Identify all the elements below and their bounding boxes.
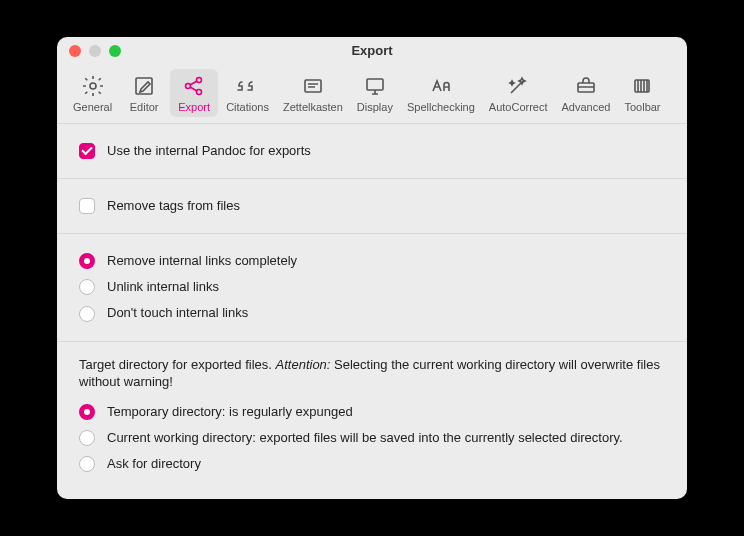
grid-icon — [630, 73, 654, 99]
radio-dont-touch-links[interactable] — [79, 306, 95, 322]
titlebar: Export — [57, 37, 687, 65]
checkbox-label: Use the internal Pandoc for exports — [107, 142, 311, 160]
tab-label: Toolbar — [624, 101, 660, 113]
tab-general[interactable]: General — [67, 69, 118, 117]
preferences-toolbar: General Editor Export Citations Zettelka… — [57, 65, 687, 124]
radio-label: Don't touch internal links — [107, 304, 248, 322]
tab-label: General — [73, 101, 112, 113]
gear-icon — [81, 73, 105, 99]
monitor-icon — [363, 73, 387, 99]
radio-unlink-links[interactable] — [79, 279, 95, 295]
group-internal-links: Remove internal links completely Unlink … — [57, 234, 687, 342]
tab-citations[interactable]: Citations — [220, 69, 275, 117]
radio-ask-dir[interactable] — [79, 456, 95, 472]
window-title: Export — [57, 43, 687, 58]
tab-editor[interactable]: Editor — [120, 69, 168, 117]
radio-label: Ask for directory — [107, 455, 201, 473]
note-icon — [301, 73, 325, 99]
tab-label: Zettelkasten — [283, 101, 343, 113]
tab-label: Display — [357, 101, 393, 113]
tab-toolbar[interactable]: Toolbar — [618, 69, 666, 117]
radio-label: Remove internal links completely — [107, 252, 297, 270]
radio-cwd-dir[interactable] — [79, 430, 95, 446]
checkbox-remove-tags[interactable] — [79, 198, 95, 214]
checkbox-label: Remove tags from files — [107, 197, 240, 215]
svg-rect-6 — [367, 79, 383, 90]
window-controls — [57, 45, 121, 57]
tab-label: Editor — [130, 101, 159, 113]
radio-remove-links[interactable] — [79, 253, 95, 269]
quote-icon — [236, 73, 260, 99]
checkbox-use-internal-pandoc[interactable] — [79, 143, 95, 159]
svg-rect-5 — [305, 80, 321, 92]
tab-label: Spellchecking — [407, 101, 475, 113]
pencil-square-icon — [132, 73, 156, 99]
group-pandoc: Use the internal Pandoc for exports — [57, 124, 687, 179]
content-area: Use the internal Pandoc for exports Remo… — [57, 124, 687, 500]
tab-display[interactable]: Display — [351, 69, 399, 117]
radio-label: Temporary directory: is regularly expung… — [107, 403, 353, 421]
aa-icon — [429, 73, 453, 99]
radio-temp-dir[interactable] — [79, 404, 95, 420]
tab-advanced[interactable]: Advanced — [556, 69, 617, 117]
radio-label: Unlink internal links — [107, 278, 219, 296]
tab-export[interactable]: Export — [170, 69, 218, 117]
tab-label: Advanced — [562, 101, 611, 113]
group-target-directory: Target directory for exported files. Att… — [57, 342, 687, 500]
toolbox-icon — [574, 73, 598, 99]
close-icon[interactable] — [69, 45, 81, 57]
zoom-icon[interactable] — [109, 45, 121, 57]
tab-spellchecking[interactable]: Spellchecking — [401, 69, 481, 117]
wand-icon — [506, 73, 530, 99]
svg-point-0 — [90, 83, 96, 89]
tab-label: Export — [178, 101, 210, 113]
share-icon — [182, 73, 206, 99]
target-dir-note: Target directory for exported files. Att… — [79, 356, 665, 391]
preferences-window: Export General Editor Export Citations — [57, 37, 687, 500]
tab-label: AutoCorrect — [489, 101, 548, 113]
minimize-icon[interactable] — [89, 45, 101, 57]
tab-autocorrect[interactable]: AutoCorrect — [483, 69, 554, 117]
group-remove-tags: Remove tags from files — [57, 179, 687, 234]
radio-label: Current working directory: exported file… — [107, 429, 623, 447]
tab-label: Citations — [226, 101, 269, 113]
tab-zettelkasten[interactable]: Zettelkasten — [277, 69, 349, 117]
